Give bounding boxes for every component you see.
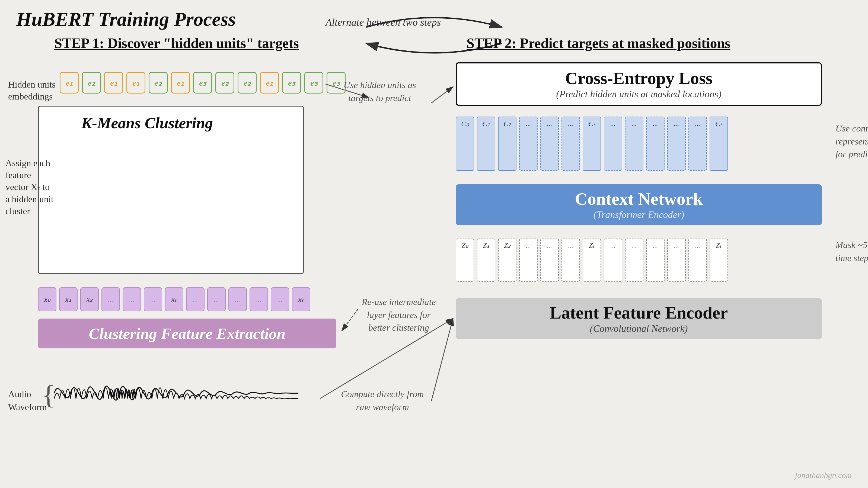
feat-dots4: ... xyxy=(186,287,205,311)
feat-x1: x₁ xyxy=(59,287,78,311)
ctx-dots3: ... xyxy=(561,117,580,171)
ctx-dots7: ... xyxy=(667,117,686,171)
cn-title: Context Network xyxy=(575,189,703,209)
cn-subtitle: (Transformer Encoder) xyxy=(593,209,684,220)
cross-entropy-box: Cross-Entropy Loss (Predict hidden units… xyxy=(456,62,822,106)
context-row: C₀ C₁ C₂ ... ... ... Cₜ ... ... ... ... … xyxy=(456,117,728,171)
embed-e3: e₃ xyxy=(193,72,212,94)
feat-xt: xₜ xyxy=(165,287,183,311)
mask-label: Mask ~50% of time steps xyxy=(835,238,868,264)
ctx-c2: C₂ xyxy=(498,117,517,171)
feature-row: x₀ x₁ x₂ ... ... ... xₜ ... ... ... ... … xyxy=(38,287,310,311)
z-dots6: ... xyxy=(646,238,664,282)
z-dots4: ... xyxy=(604,238,622,282)
audio-label: AudioWaveform xyxy=(8,388,54,414)
hidden-units-label: Hidden unitsembeddings xyxy=(8,78,57,102)
feat-dots2: ... xyxy=(123,287,141,311)
main-title: HuBERT Training Process xyxy=(16,8,236,31)
embed-e3c: e₃ xyxy=(304,72,323,94)
assign-label: Assign each feature vector Xₜ to a hidde… xyxy=(5,157,54,217)
embed-e2: e₂ xyxy=(82,72,101,94)
embed-e1c: e₁ xyxy=(126,72,145,94)
ctx-dots2: ... xyxy=(540,117,559,171)
context-network-box: Context Network (Transformer Encoder) xyxy=(456,184,822,225)
feat-dots7: ... xyxy=(250,287,268,311)
feat-dots5: ... xyxy=(207,287,226,311)
embed-e1e: e₁ xyxy=(260,72,279,94)
ctx-dots6: ... xyxy=(646,117,664,171)
ce-subtitle: (Predict hidden units at masked location… xyxy=(556,88,721,100)
embed-e1d: e₁ xyxy=(171,72,190,94)
feat-dots3: ... xyxy=(144,287,162,311)
feat-x0: x₀ xyxy=(38,287,56,311)
ctx-c1: C₁ xyxy=(477,117,495,171)
embed-e1b: e₁ xyxy=(104,72,123,94)
cfe-bar: Clustering Feature Extraction xyxy=(38,319,336,348)
embed-e2b: e₂ xyxy=(149,72,167,94)
ctx-dots1: ... xyxy=(519,117,538,171)
feat-dots6: ... xyxy=(228,287,247,311)
ctx-ct: Cₜ xyxy=(583,117,601,171)
embed-e2c: e₂ xyxy=(215,72,235,94)
ctx-cT: Cₜ xyxy=(710,117,728,171)
feat-x2: x₂ xyxy=(80,287,99,311)
step1-header: STEP 1: Discover "hidden units" targets xyxy=(54,35,299,51)
z-row: Z₀ Z₁ Z₂ ... ... ... Zₜ ... ... ... ... … xyxy=(456,238,728,282)
z-dots8: ... xyxy=(688,238,707,282)
compute-text: Compute directly from raw waveform xyxy=(339,388,426,414)
ce-title: Cross-Entropy Loss xyxy=(565,68,713,88)
feat-xT: xₜ xyxy=(292,287,310,311)
ctx-dots4: ... xyxy=(604,117,622,171)
feat-dots8: ... xyxy=(271,287,289,311)
z-z0: Z₀ xyxy=(456,238,474,282)
svg-line-3 xyxy=(431,87,453,103)
z-zT: Zₜ xyxy=(710,238,728,282)
lfe-subtitle: (Convolutional Network) xyxy=(590,323,688,334)
embed-e3b: e₃ xyxy=(282,72,301,94)
svg-line-4 xyxy=(342,309,358,331)
z-z2: Z₂ xyxy=(498,238,517,282)
ctx-dots5: ... xyxy=(625,117,643,171)
z-dots1: ... xyxy=(519,238,538,282)
feat-dots1: ... xyxy=(101,287,120,311)
embed-e1: e₁ xyxy=(60,72,79,94)
z-dots3: ... xyxy=(561,238,580,282)
step2-header: STEP 2: Predict targets at masked positi… xyxy=(467,35,731,51)
embed-e2d: e₂ xyxy=(238,72,257,94)
ctx-c0: C₀ xyxy=(456,117,474,171)
z-dots7: ... xyxy=(667,238,686,282)
lfe-box: Latent Feature Encoder (Convolutional Ne… xyxy=(456,298,822,339)
watermark: jonathanbgn.com xyxy=(795,470,852,480)
kmeans-title: K-Means Clustering xyxy=(82,114,213,132)
reuse-text: Re-use intermediate layer features for b… xyxy=(358,295,439,334)
z-zt: Zₜ xyxy=(583,238,601,282)
lfe-title: Latent Feature Encoder xyxy=(550,303,728,323)
alternate-text: Alternate between two steps xyxy=(326,16,441,28)
use-hidden-text: Use hidden units as targets to predict xyxy=(339,78,421,104)
use-context-label: Use context representations for predicti… xyxy=(835,122,868,161)
z-z1: Z₁ xyxy=(477,238,495,282)
ctx-dots8: ... xyxy=(688,117,707,171)
embeddings-row: e₁ e₂ e₁ e₁ e₂ e₁ e₃ e₂ e₂ e₁ e₃ e₃ e₃ xyxy=(60,72,346,94)
z-dots2: ... xyxy=(540,238,559,282)
z-dots5: ... xyxy=(625,238,643,282)
cfe-label: Clustering Feature Extraction xyxy=(89,325,285,343)
